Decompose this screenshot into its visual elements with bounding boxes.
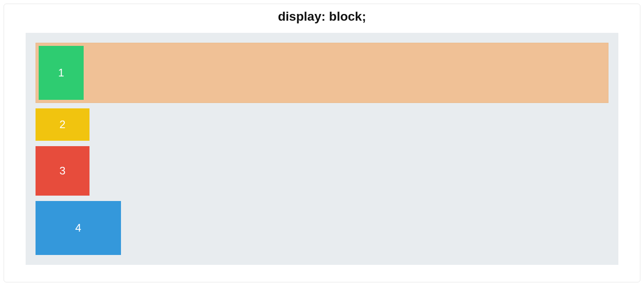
diagram-title: display: block; (26, 4, 618, 33)
box-2: 2 (36, 108, 89, 141)
block-row-highlighted: 1 (36, 43, 608, 103)
box-3: 3 (36, 146, 89, 196)
box-1: 1 (39, 46, 84, 100)
diagram-container: display: block; 1 2 3 4 (4, 4, 640, 282)
block-row: 3 (36, 146, 608, 196)
block-row: 4 (36, 201, 608, 255)
diagram-stage: 1 2 3 4 (26, 33, 618, 265)
box-4: 4 (36, 201, 121, 255)
block-row: 2 (36, 108, 608, 141)
